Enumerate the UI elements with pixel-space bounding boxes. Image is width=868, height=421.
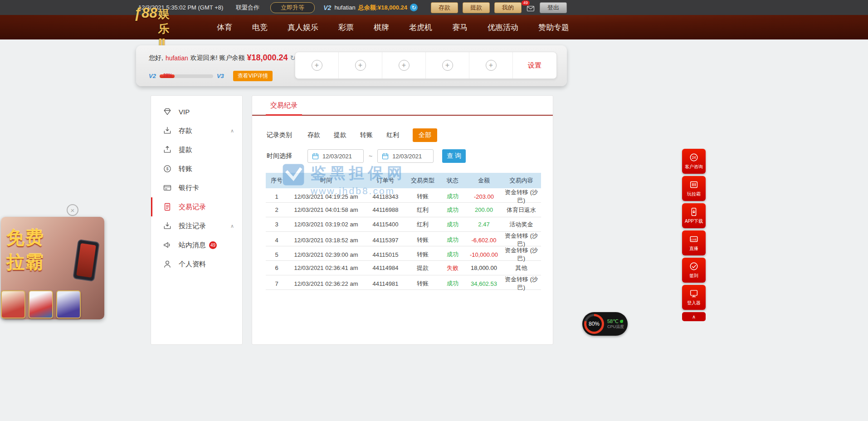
cell-status: 成功 [439,250,466,259]
sidebar-item-8[interactable]: 站内消息49 [151,235,242,255]
greeting-username: hufatian [166,54,188,62]
sidebar-item-4[interactable]: $转账 [151,159,242,178]
promo-thumbnail[interactable] [29,290,53,318]
promo-thumbnail[interactable] [1,290,25,318]
refresh-balance-icon[interactable]: ↻ [410,4,418,11]
topbar-balance: 总余额:¥18,000.24 [358,4,407,12]
cell-type: 转账 [406,192,439,201]
add-payment-shortcut[interactable]: + [295,52,339,78]
date-to-input[interactable]: 12/03/2021 [377,149,434,163]
nav-item-3[interactable]: 真人娱乐 [288,22,318,33]
float-button-5[interactable]: 签到 [682,258,706,283]
leaf-icon [620,320,623,323]
nav-item-9[interactable]: 赞助专题 [538,22,569,33]
sidebar-item-label: 存款 [179,127,192,135]
cell-time: 12/03/2021 03:19:02 am [288,221,365,228]
float-button-3[interactable]: APP下载 [682,203,706,228]
category-chip-1[interactable]: 存款 [307,131,320,139]
cell-detail: 活动奖金 [502,220,541,229]
cell-amount: 34,602.53 [466,280,502,287]
message-icon[interactable]: 49 [526,4,535,11]
tab-bar: 交易纪录 [252,96,553,116]
table-row[interactable]: 412/03/2021 03:18:52 am44115397转账成功-6,60… [266,232,541,246]
sidebar-item-6[interactable]: 交易记录 [151,197,242,216]
alliance-link[interactable]: 联盟合作 [236,4,259,12]
cell-type: 转账 [406,279,439,288]
settings-button[interactable]: 设置 [513,52,556,78]
table-row[interactable]: 312/03/2021 03:19:02 am44115400红利成功2.47活… [266,217,541,232]
nav-item-5[interactable]: 棋牌 [374,22,389,33]
logout-button[interactable]: 登出 [540,2,567,13]
category-chip-3[interactable]: 转账 [360,131,373,139]
category-chip-5[interactable]: 全部 [413,128,437,142]
nav-items: 体育电竞真人娱乐彩票棋牌老虎机赛马优惠活动赞助专题 [217,22,569,33]
calendar-icon [381,152,389,160]
promo-thumbnail[interactable] [56,290,81,318]
nav-item-7[interactable]: 赛马 [452,22,468,33]
add-payment-shortcut[interactable]: + [382,52,426,78]
table-row[interactable]: 212/03/2021 04:01:58 am44116988红利成功200.0… [266,203,541,217]
topbar-inner: 12/3/2021 5:35:02 PM (GMT +8) 联盟合作 立即升等 … [138,0,567,15]
sidebar-item-9[interactable]: 个人资料 [151,255,242,274]
main-content: 交易纪录 记录类别 存款提款转账红利全部 时间选择 12/03/2021 ~ 1… [252,95,553,345]
greeting: 您好, hufatian 欢迎回来! 账户余额 ¥18,000.24 ↻ [149,53,296,63]
tab-transaction-records[interactable]: 交易纪录 [266,96,302,116]
sidebar-item-5[interactable]: 银行卡 [151,178,242,197]
topbar-withdraw-button[interactable]: 提款 [463,2,490,13]
slot-machine-icon [689,180,699,190]
transfer-icon: $ [163,164,172,173]
upgrade-button[interactable]: 立即升等 [270,2,315,13]
nav-item-2[interactable]: 电竞 [252,22,268,33]
category-chip-2[interactable]: 提款 [334,131,346,139]
nav-item-1[interactable]: 体育 [217,22,232,33]
cell-order: 44118343 [365,193,406,200]
date-from-input[interactable]: 12/03/2021 [307,149,364,163]
close-promo-icon[interactable]: × [67,204,78,216]
cell-amount: -6,602.00 [466,237,502,244]
add-payment-shortcut[interactable]: + [426,52,469,78]
sidebar-item-label: VIP [179,108,190,116]
collapse-floatbar-button[interactable]: ∧ [682,312,706,321]
table-row[interactable]: 612/03/2021 02:36:41 am44114984提款失败18,00… [266,261,541,275]
float-button-2[interactable]: 玩拉霸 [682,176,706,201]
app-download-icon [689,207,699,217]
cell-status: 成功 [439,192,466,201]
table-header-cell: 交易类型 [406,176,439,185]
table-row[interactable]: 512/03/2021 02:39:00 am44115015转账成功-10,0… [266,246,541,261]
vip-progress-row: V2 28% V3 查看VIP详情 [149,71,273,81]
nav-item-8[interactable]: 优惠活动 [488,22,518,33]
topbar-mine-button[interactable]: 我的 [494,2,522,13]
add-payment-shortcut[interactable]: + [469,52,513,78]
cell-detail: 资金转移 (沙巴) [502,232,541,248]
nav-item-6[interactable]: 老虎机 [409,22,432,33]
float-button-label: 客户咨询 [685,164,703,170]
sidebar-item-3[interactable]: 提款 [151,140,242,159]
sidebar-item-1[interactable]: VIP [151,102,242,121]
table-row[interactable]: 712/03/2021 02:36:22 am44114981转账成功34,60… [266,275,541,290]
site-logo[interactable]: ƒ88 娱乐Ⅱ [134,5,171,49]
plus-icon: + [442,60,453,71]
float-button-1[interactable]: 24客户咨询 [682,149,706,174]
query-button[interactable]: 查 询 [442,149,466,163]
sidebar-item-7[interactable]: 投注记录∧ [151,216,242,235]
launcher-icon [689,289,699,299]
topbar-deposit-button[interactable]: 存款 [431,2,458,13]
vip-next-badge: V3 [217,73,224,79]
nav-item-4[interactable]: 彩票 [338,22,354,33]
table-header-cell: 序号 [266,176,288,185]
float-button-6[interactable]: 登入器 [682,285,706,310]
message-icon [163,240,172,250]
cell-status: 失败 [439,264,466,272]
cell-type: 转账 [406,250,439,259]
shortcut-panel: +++++ 设置 [295,52,557,79]
cell-type: 红利 [406,206,439,214]
vip-detail-button[interactable]: 查看VIP详情 [233,71,273,81]
checkin-icon [689,261,699,271]
date-from-value: 12/03/2021 [322,153,352,160]
sidebar-item-2[interactable]: 存款∧ [151,121,242,140]
float-button-4[interactable]: LIVE直播 [682,230,706,255]
add-payment-shortcut[interactable]: + [339,52,382,78]
plus-icon: + [486,60,497,71]
table-row[interactable]: 112/03/2021 04:19:25 am44118343转账成功-203.… [266,188,541,203]
category-chip-4[interactable]: 红利 [386,131,399,139]
